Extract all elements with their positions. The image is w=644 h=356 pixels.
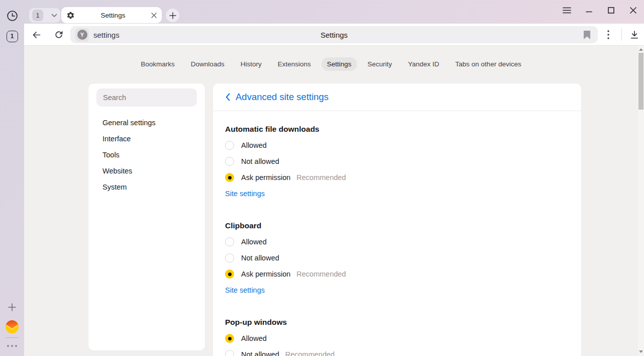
bookmark-icon bbox=[583, 30, 591, 40]
tab-count-badge: 1 bbox=[7, 31, 18, 42]
radio-option-ask-permission[interactable]: Ask permission Recommended bbox=[225, 169, 569, 186]
section-title: Automatic file downloads bbox=[225, 121, 569, 137]
reload-button[interactable] bbox=[51, 27, 66, 42]
mail-icon bbox=[5, 320, 19, 334]
nav-tab-other-devices[interactable]: Tabs on other devices bbox=[450, 57, 526, 71]
toolbar: Y settings Settings bbox=[24, 24, 644, 46]
tab-count-button[interactable]: 1 bbox=[0, 30, 24, 43]
radio-unselected-icon[interactable] bbox=[225, 141, 234, 150]
more-dots-icon bbox=[7, 345, 9, 347]
radio-label: Ask permission bbox=[241, 270, 290, 278]
recommended-note: Recommended bbox=[285, 350, 335, 356]
address-url-text: settings bbox=[93, 31, 120, 39]
new-tab-button[interactable] bbox=[166, 9, 179, 22]
minimize-icon bbox=[586, 7, 592, 14]
sidebar-item-general-settings[interactable]: General settings bbox=[88, 115, 205, 131]
history-button[interactable] bbox=[0, 9, 24, 22]
scroll-down-arrow[interactable] bbox=[639, 350, 643, 353]
nav-tab-history[interactable]: History bbox=[235, 57, 267, 71]
sidebar-item-tools[interactable]: Tools bbox=[88, 147, 205, 163]
nav-tab-bookmarks[interactable]: Bookmarks bbox=[135, 57, 180, 71]
advanced-site-settings-header[interactable]: Advanced site settings bbox=[213, 83, 581, 111]
download-icon bbox=[629, 30, 639, 40]
section-title: Clipboard bbox=[225, 218, 569, 234]
recommended-note: Recommended bbox=[296, 270, 346, 278]
chevron-left-icon bbox=[226, 93, 230, 101]
address-bar[interactable]: Y settings Settings bbox=[70, 26, 598, 43]
sidebar-item-system[interactable]: System bbox=[88, 179, 205, 195]
tab-close-button[interactable] bbox=[151, 13, 157, 18]
gear-icon bbox=[66, 11, 75, 20]
chevron-down-icon bbox=[51, 14, 57, 18]
reload-icon bbox=[54, 30, 64, 40]
sidebar-item-interface[interactable]: Interface bbox=[88, 131, 205, 147]
bookmark-button[interactable] bbox=[580, 28, 594, 42]
scrollbar-thumb[interactable] bbox=[638, 53, 643, 110]
section-spacer bbox=[225, 202, 569, 218]
radio-option-not-allowed[interactable]: Not allowed bbox=[225, 250, 569, 266]
recommended-note: Recommended bbox=[296, 173, 346, 182]
nav-tab-settings[interactable]: Settings bbox=[321, 57, 357, 71]
settings-sidebar: General settings Interface Tools Website… bbox=[88, 83, 205, 350]
maximize-button[interactable] bbox=[600, 0, 622, 20]
plus-icon bbox=[169, 12, 176, 19]
radio-unselected-icon[interactable] bbox=[225, 237, 234, 246]
close-icon bbox=[151, 13, 157, 18]
radio-option-allowed[interactable]: Allowed bbox=[225, 330, 569, 346]
radio-selected-icon[interactable] bbox=[225, 173, 234, 182]
radio-label: Not allowed bbox=[241, 350, 279, 356]
yandex-mail-button[interactable] bbox=[0, 319, 24, 334]
left-rail: 1 bbox=[0, 0, 24, 356]
site-settings-link[interactable]: Site settings bbox=[225, 286, 265, 294]
nav-tab-yandex-id[interactable]: Yandex ID bbox=[402, 57, 445, 71]
active-tab[interactable]: Settings bbox=[61, 7, 162, 23]
clock-icon bbox=[6, 10, 19, 22]
radio-label: Not allowed bbox=[241, 254, 279, 262]
radio-unselected-icon[interactable] bbox=[225, 350, 234, 356]
section-clipboard: Clipboard Allowed Not allowed Ask permis… bbox=[225, 218, 569, 298]
page-content: Bookmarks Downloads History Extensions S… bbox=[24, 46, 644, 356]
nav-tab-security[interactable]: Security bbox=[362, 57, 398, 71]
page-title: Advanced site settings bbox=[236, 92, 329, 103]
radio-unselected-icon[interactable] bbox=[225, 253, 234, 262]
site-settings-link[interactable]: Site settings bbox=[225, 190, 265, 198]
window-controls bbox=[556, 0, 644, 20]
radio-option-ask-permission[interactable]: Ask permission Recommended bbox=[225, 266, 569, 282]
close-icon bbox=[630, 7, 636, 14]
radio-unselected-icon[interactable] bbox=[225, 157, 234, 166]
settings-sections: Automatic file downloads Allowed Not all… bbox=[213, 111, 581, 356]
back-button[interactable] bbox=[29, 27, 44, 42]
radio-label: Allowed bbox=[241, 141, 267, 149]
toolbar-more-button[interactable] bbox=[601, 27, 616, 42]
rail-divider bbox=[6, 337, 18, 338]
radio-label: Allowed bbox=[241, 238, 267, 246]
radio-selected-icon[interactable] bbox=[225, 334, 234, 343]
rail-more-button[interactable] bbox=[0, 342, 24, 350]
radio-option-allowed[interactable]: Allowed bbox=[225, 137, 569, 153]
tab-group-selector[interactable]: 1 bbox=[29, 8, 60, 23]
sidebar-item-websites[interactable]: Websites bbox=[88, 163, 205, 179]
browser-menu-button[interactable] bbox=[556, 0, 578, 20]
link-row: Site settings bbox=[225, 186, 569, 202]
minimize-button[interactable] bbox=[578, 0, 600, 20]
radio-option-not-allowed[interactable]: Not allowed bbox=[225, 153, 569, 169]
page-title-centered: Settings bbox=[70, 31, 598, 39]
nav-tab-downloads[interactable]: Downloads bbox=[185, 57, 230, 71]
radio-option-allowed[interactable]: Allowed bbox=[225, 234, 569, 250]
radio-label: Allowed bbox=[241, 334, 267, 342]
search-input[interactable] bbox=[96, 88, 197, 107]
downloads-button[interactable] bbox=[627, 27, 642, 42]
close-window-button[interactable] bbox=[622, 0, 644, 20]
section-automatic-file-downloads: Automatic file downloads Allowed Not all… bbox=[225, 121, 569, 202]
radio-label: Ask permission bbox=[241, 173, 290, 182]
radio-selected-icon[interactable] bbox=[225, 270, 234, 279]
nav-tab-extensions[interactable]: Extensions bbox=[272, 57, 316, 71]
settings-nav-tabs: Bookmarks Downloads History Extensions S… bbox=[24, 57, 638, 71]
radio-option-not-allowed[interactable]: Not allowed Recommended bbox=[225, 346, 569, 356]
scroll-up-arrow[interactable] bbox=[639, 48, 643, 51]
tab-group-count-badge: 1 bbox=[32, 10, 43, 21]
section-title: Pop-up windows bbox=[225, 314, 569, 330]
plus-icon bbox=[7, 302, 17, 312]
scrollbar[interactable] bbox=[638, 46, 644, 356]
rail-new-tab-button[interactable] bbox=[0, 301, 24, 314]
